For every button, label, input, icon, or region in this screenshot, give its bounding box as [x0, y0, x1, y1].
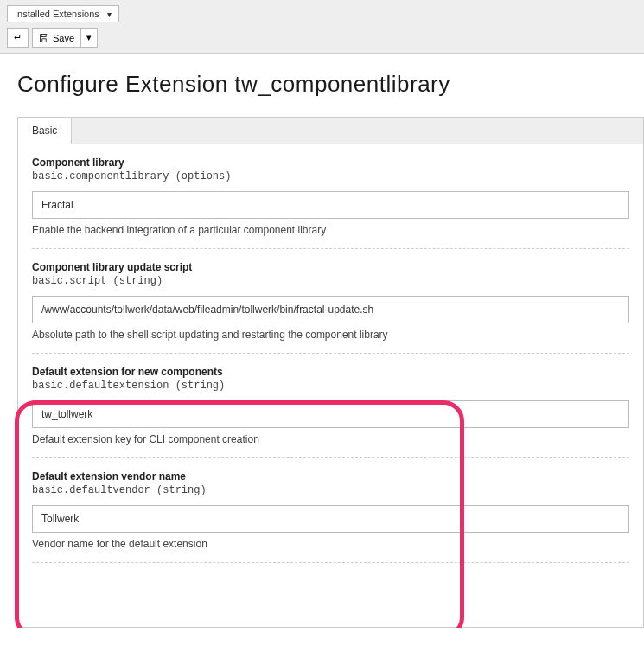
- field-component-library: Component library basic.componentlibrary…: [32, 157, 629, 249]
- update-script-input[interactable]: [32, 296, 629, 323]
- tab-label: Basic: [32, 125, 57, 137]
- back-button[interactable]: ↵: [7, 28, 29, 48]
- module-select[interactable]: Installed Extensions ▾: [7, 5, 119, 22]
- chevron-down-icon: ▾: [86, 32, 92, 43]
- field-desc: Enable the backend integration of a part…: [32, 224, 629, 236]
- field-title: Default extension for new components: [32, 366, 629, 378]
- field-key: basic.defaultvendor (string): [32, 484, 629, 496]
- save-icon: [39, 33, 49, 43]
- topbar: Installed Extensions ▾ ↵ Save ▾: [0, 0, 644, 54]
- field-title: Component library update script: [32, 261, 629, 273]
- tab-container: Basic Component library basic.componentl…: [17, 117, 644, 628]
- save-button[interactable]: Save: [32, 28, 80, 48]
- field-default-extension: Default extension for new components bas…: [32, 366, 629, 458]
- field-key: basic.script (string): [32, 275, 629, 287]
- save-dropdown-button[interactable]: ▾: [80, 28, 98, 48]
- module-select-label: Installed Extensions: [15, 9, 99, 19]
- field-desc: Default extension key for CLI component …: [32, 433, 629, 445]
- back-arrow-icon: ↵: [14, 32, 22, 43]
- chevron-down-icon: ▾: [107, 10, 112, 19]
- action-row: ↵ Save ▾: [7, 28, 637, 48]
- field-desc: Absolute path to the shell script updati…: [32, 329, 629, 341]
- breadcrumb-row: Installed Extensions ▾: [7, 5, 637, 22]
- field-update-script: Component library update script basic.sc…: [32, 261, 629, 354]
- default-extension-input[interactable]: [32, 400, 629, 428]
- page-title: Configure Extension tw_componentlibrary: [17, 71, 644, 98]
- field-key: basic.componentlibrary (options): [32, 170, 629, 182]
- tab-body: Component library basic.componentlibrary…: [18, 144, 643, 627]
- field-title: Component library: [32, 157, 629, 169]
- field-key: basic.defaultextension (string): [32, 380, 629, 392]
- tab-basic[interactable]: Basic: [18, 118, 72, 144]
- field-desc: Vendor name for the default extension: [32, 538, 629, 550]
- component-library-select[interactable]: [32, 191, 629, 219]
- field-default-vendor: Default extension vendor name basic.defa…: [32, 470, 629, 563]
- save-button-label: Save: [53, 33, 74, 43]
- field-title: Default extension vendor name: [32, 470, 629, 482]
- default-vendor-input[interactable]: [32, 505, 629, 533]
- content-area: Configure Extension tw_componentlibrary …: [0, 54, 644, 628]
- save-button-group: Save ▾: [32, 28, 98, 48]
- tab-strip: Basic: [18, 117, 643, 144]
